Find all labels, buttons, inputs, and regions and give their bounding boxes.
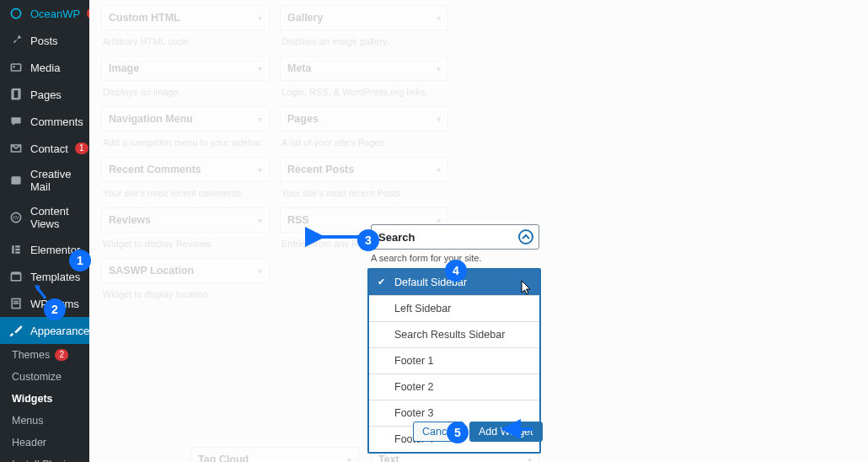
sidebar-item-posts[interactable]: Posts — [0, 27, 89, 54]
svg-rect-14 — [11, 271, 20, 273]
wpforms-icon — [8, 296, 24, 311]
pages-icon — [8, 87, 24, 102]
sidebar-area-option-search-results-sidebar[interactable]: Search Results Sidebar — [369, 322, 539, 348]
sidebar-sub-themes[interactable]: Themes2 — [0, 344, 89, 366]
svg-point-2 — [13, 66, 14, 67]
brush-icon — [8, 323, 24, 338]
sidebar-sub-label: Themes — [12, 349, 50, 361]
sidebar-item-label: Posts — [30, 35, 58, 47]
sidebar-sub-label: Customize — [12, 371, 62, 383]
sidebar-sub-install-plugins[interactable]: Install Plugins — [0, 454, 89, 462]
sidebar-item-label: Comments — [30, 116, 83, 128]
sidebar-item-contact[interactable]: Contact1 — [0, 135, 89, 162]
widget-desc: A search form for your site. — [371, 253, 481, 263]
svg-rect-6 — [11, 176, 20, 185]
elementor-icon — [8, 242, 24, 257]
mouse-cursor — [521, 280, 533, 298]
sidebar-item-appearance[interactable]: Appearance — [0, 317, 89, 344]
sidebar-sub-customize[interactable]: Customize — [0, 366, 89, 388]
svg-rect-12 — [15, 251, 20, 253]
sidebar-sub-header[interactable]: Header — [0, 432, 89, 454]
svg-point-0 — [11, 8, 20, 18]
sidebar-item-label: Content Views — [30, 205, 83, 230]
sidebar-item-oceanwp[interactable]: OceanWP2 — [0, 0, 89, 27]
sidebar-item-label: Creative Mail — [30, 168, 83, 193]
sidebar-item-comments[interactable]: Comments6 — [0, 108, 89, 135]
sidebar-sub-label: Menus — [12, 415, 44, 427]
sidebar-item-label: OceanWP — [30, 8, 80, 20]
svg-rect-13 — [11, 274, 20, 281]
annotation-arrow-2 — [33, 283, 50, 303]
widget-box-search[interactable]: Search — [371, 224, 539, 250]
svg-text:cv: cv — [13, 214, 19, 220]
sidebar-item-label: Pages — [30, 89, 62, 101]
annotation-badge-1: 1 — [69, 250, 91, 271]
annotation-badge-5: 5 — [447, 422, 469, 443]
annotation-badge-2: 2 — [44, 298, 66, 320]
sidebar-area-option-footer-2[interactable]: Footer 2 — [369, 374, 539, 400]
svg-rect-9 — [12, 245, 13, 254]
media-icon — [8, 60, 24, 75]
sidebar-sub-menus[interactable]: Menus — [0, 410, 89, 432]
cv-icon: cv — [8, 210, 24, 225]
sidebar-item-label: Media — [30, 62, 60, 74]
sidebar-item-media[interactable]: Media — [0, 54, 89, 81]
count-badge: 2 — [55, 349, 68, 361]
circle-o-icon — [8, 6, 24, 21]
cm-icon — [8, 173, 24, 188]
count-badge: 1 — [75, 142, 88, 154]
sidebar-item-pages[interactable]: Pages — [0, 81, 89, 108]
sidebar-sub-label: Widgets — [12, 393, 53, 405]
pin-icon — [8, 33, 24, 48]
svg-rect-10 — [15, 245, 20, 247]
sidebar-sub-label: Install Plugins — [12, 459, 77, 462]
mail-icon — [8, 141, 24, 156]
templates-icon — [8, 269, 24, 284]
widget-title: Search — [378, 231, 415, 244]
sidebar-item-content-views[interactable]: cvContent Views — [0, 199, 89, 236]
sidebar-item-label: Templates — [30, 271, 80, 283]
count-badge: 2 — [87, 8, 89, 19]
sidebar-item-label: Contact — [30, 142, 68, 155]
sidebar-sub-widgets[interactable]: Widgets — [0, 388, 89, 410]
sidebar-item-creative-mail[interactable]: Creative Mail — [0, 162, 89, 199]
annotation-badge-3: 3 — [357, 229, 379, 251]
svg-rect-11 — [15, 249, 20, 250]
sidebar-area-option-left-sidebar[interactable]: Left Sidebar — [369, 296, 539, 322]
annotation-arrow-5 — [499, 424, 533, 437]
sidebar-sub-label: Header — [12, 437, 46, 449]
collapse-toggle-icon[interactable] — [518, 229, 533, 244]
sidebar-area-option-footer-1[interactable]: Footer 1 — [369, 348, 539, 374]
comment-icon — [8, 114, 24, 129]
annotation-badge-4: 4 — [445, 260, 467, 282]
admin-sidebar: OceanWP2PostsMediaPagesComments6Contact1… — [0, 0, 89, 462]
svg-rect-1 — [11, 64, 20, 71]
sidebar-item-label: Appearance — [30, 325, 89, 337]
annotation-arrow-3 — [317, 232, 359, 244]
